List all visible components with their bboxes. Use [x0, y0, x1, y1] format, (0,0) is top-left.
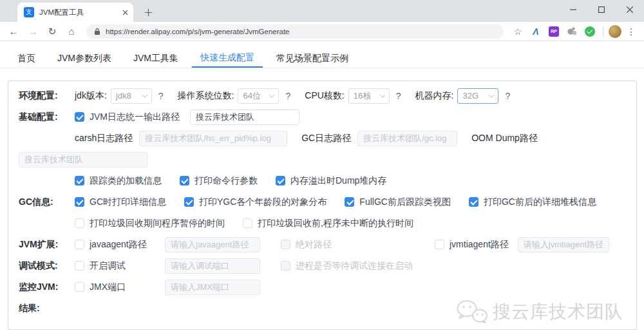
page-nav: 首页 JVM参数列表 JVM工具集 快速生成配置 常见场景配置示例 — [0, 49, 644, 68]
env-config-row: 环境配置: jdk版本: jdk8 ? 操作系统位数: 64位 ? CPU核数:… — [8, 85, 636, 106]
cpu-cores-select[interactable]: 16核 — [348, 88, 390, 104]
gc-stack-checkbox-item[interactable]: 打印GC前后的详细堆栈信息 — [469, 196, 596, 208]
print-cmdline-checkbox-item[interactable]: 打印命令行参数 — [180, 175, 258, 187]
os-bits-label: 操作系统位数: — [178, 90, 234, 102]
new-tab-button[interactable] — [140, 4, 156, 21]
memory-help-icon[interactable]: ? — [505, 91, 510, 101]
jvm-ext-row: JVM扩展: javaagent路径 绝对路径 jvmtiagent路径 — [8, 234, 636, 255]
checkbox-print-cmdline[interactable] — [180, 176, 189, 186]
jmx-port-checkbox-item[interactable]: JMX端口 — [75, 282, 165, 293]
browser-tab[interactable]: 支 JVM配置工具 — [17, 3, 133, 22]
crash-log-input — [139, 131, 287, 146]
oom-heapdump-checkbox-item[interactable]: 内存溢出时Dump堆内存 — [276, 175, 386, 187]
nav-item-jvm-params[interactable]: JVM参数列表 — [57, 49, 111, 68]
window-close-button[interactable] — [616, 0, 644, 19]
checkbox-gc-pause-time[interactable] — [75, 218, 84, 228]
window-controls — [559, 0, 644, 19]
checkbox-absolute-path — [281, 240, 290, 249]
checkbox-oom-heapdump[interactable] — [276, 176, 285, 186]
green-check-extension-icon[interactable] — [582, 23, 598, 40]
cpu-cores-label: CPU核数: — [305, 90, 344, 102]
checkbox-javaagent[interactable] — [75, 240, 84, 249]
memory-select[interactable]: 32G — [457, 88, 498, 104]
checkbox-log-path[interactable] — [75, 112, 84, 122]
result-row: 结果: — [8, 298, 636, 319]
ygc-age-checkbox-item[interactable]: 打印YGC各个年龄段的对象分布 — [184, 196, 327, 208]
gc-pause-time-checkbox-item[interactable]: 打印垃圾回收期间程序暂停的时间 — [75, 218, 225, 229]
checkbox-fullgc-trace[interactable] — [345, 197, 354, 207]
crash-log-label: carsh日志路径 — [75, 133, 133, 144]
bookmark-star-icon[interactable]: ☆ — [510, 26, 526, 37]
tab-close-icon[interactable] — [122, 10, 128, 15]
javaagent-path-input — [165, 237, 260, 253]
axure-extension-icon[interactable]: Λ — [528, 23, 544, 40]
jdk-version-label: jdk版本: — [75, 90, 107, 102]
enable-debug-checkbox-item[interactable]: 开启调试 — [75, 260, 165, 272]
nav-item-home[interactable]: 首页 — [17, 49, 35, 68]
nav-item-jvm-tools[interactable]: JVM工具集 — [133, 49, 178, 68]
checkbox-ygc-age[interactable] — [184, 197, 194, 207]
chevron-down-icon — [142, 92, 147, 97]
checkbox-enable-debug[interactable] — [75, 261, 84, 271]
jvmtiagent-checkbox-item[interactable]: jvmtiagent路径 — [435, 239, 509, 251]
basic-config-row: 基础配置: JVM日志统一输出路径 — [8, 106, 636, 128]
fullgc-trace-checkbox-item[interactable]: FullGC前后跟踪类视图 — [345, 196, 451, 208]
env-config-label: 环境配置: — [19, 90, 75, 102]
address-bar[interactable]: https://render.alipay.com/p/s/jvm-genera… — [86, 24, 504, 39]
forward-icon[interactable]: → — [24, 23, 41, 40]
checkbox-jvmtiagent[interactable] — [435, 240, 444, 249]
jvm-ext-label: JVM扩展: — [19, 239, 75, 251]
config-panel: 环境配置: jdk版本: jdk8 ? 操作系统位数: 64位 ? CPU核数:… — [8, 81, 637, 330]
chevron-down-icon — [489, 92, 494, 97]
checkbox-debug-wait — [281, 261, 290, 271]
jmx-port-input — [165, 280, 260, 295]
checkbox-trace-class-loading[interactable] — [75, 176, 84, 186]
checkbox-gc-stack[interactable] — [469, 197, 478, 207]
url-text[interactable]: https://render.alipay.com/p/s/jvm-genera… — [106, 28, 290, 35]
nav-item-examples[interactable]: 常见场景配置示例 — [276, 49, 348, 68]
log-paths-row: carsh日志路径 GC日志路径 OOM Dump路径 — [8, 128, 636, 149]
lock-icon — [94, 28, 100, 35]
checkbox-jmx-port[interactable] — [75, 282, 84, 292]
chevron-down-icon — [269, 92, 274, 97]
log-path-input[interactable] — [190, 110, 299, 125]
window-minimize-button[interactable] — [559, 0, 587, 19]
gc-log-input — [357, 131, 457, 146]
reload-icon[interactable]: ↻ — [44, 23, 61, 40]
nav-item-quick-generate[interactable]: 快速生成配置 — [192, 49, 263, 68]
browser-titlebar: 支 JVM配置工具 — [0, 0, 644, 22]
alipay-favicon-icon: 支 — [24, 7, 34, 17]
gc-detail-checkbox-item[interactable]: GC时打印详细信息 — [75, 196, 166, 208]
oom-dump-label: OOM Dump路径 — [471, 133, 538, 144]
jdk-help-icon[interactable]: ? — [158, 91, 164, 101]
cpu-help-icon[interactable]: ? — [396, 91, 401, 101]
trace-class-loading-checkbox-item[interactable]: 跟踪类的加载信息 — [75, 175, 162, 187]
back-icon[interactable]: ← — [5, 23, 22, 40]
result-label: 结果: — [19, 303, 75, 314]
paw-extension-icon[interactable] — [564, 23, 580, 40]
oom-dump-input — [19, 152, 147, 168]
checkbox-gc-detail[interactable] — [75, 197, 84, 207]
monitor-jvm-label: 监控JVM: — [19, 282, 75, 293]
chrome-menu-icon[interactable]: ⋮ — [624, 26, 638, 37]
gc-info-row: GC信息: GC时打印详细信息 打印YGC各个年龄段的对象分布 FullGC前后… — [8, 191, 636, 213]
home-icon[interactable]: ⌂ — [63, 23, 80, 40]
toolbar-separator — [603, 26, 603, 37]
debug-mode-row: 调试模式: 开启调试 进程是否等待调试连接在启动 — [8, 255, 636, 276]
log-path-checkbox-item[interactable]: JVM日志统一输出路径 — [75, 111, 180, 123]
checkbox-gc-app-time[interactable] — [243, 218, 252, 228]
memory-label: 机器内存: — [415, 90, 454, 102]
os-bits-select[interactable]: 64位 — [238, 88, 279, 104]
chevron-down-icon — [379, 92, 384, 97]
javaagent-checkbox-item[interactable]: javaagent路径 — [75, 239, 165, 251]
tab-title: JVM配置工具 — [39, 8, 117, 17]
os-help-icon[interactable]: ? — [285, 91, 290, 101]
profile-avatar[interactable] — [609, 25, 621, 38]
absolute-path-checkbox-item: 绝对路径 — [281, 239, 332, 251]
browser-toolbar: ← → ↻ ⌂ https://render.alipay.com/p/s/jv… — [0, 22, 644, 41]
gc-app-time-checkbox-item[interactable]: 打印垃圾回收前,程序未中断的执行时间 — [243, 218, 413, 229]
debug-wait-checkbox-item: 进程是否等待调试连接在启动 — [281, 260, 413, 272]
window-maximize-button[interactable] — [587, 0, 616, 19]
jdk-version-select[interactable]: jdk8 — [111, 88, 152, 104]
rp-extension-icon[interactable]: RP — [546, 23, 562, 40]
